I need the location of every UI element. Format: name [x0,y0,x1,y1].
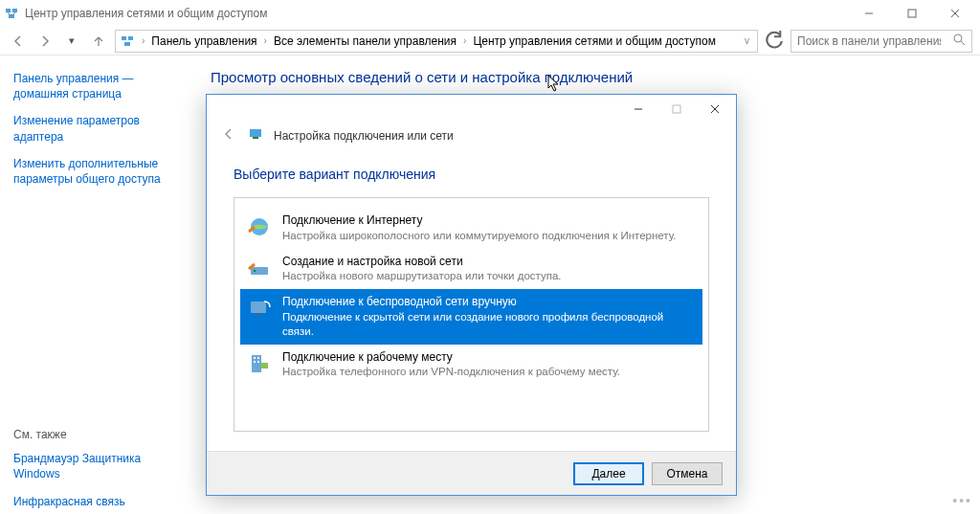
option-connect-internet[interactable]: Подключение к Интернету Настройка широко… [240,208,702,249]
next-button[interactable]: Далее [573,462,644,485]
breadcrumb-item[interactable]: Панель управления [151,34,256,48]
option-desc: Настройка телефонного или VPN-подключени… [282,365,620,379]
svg-rect-18 [250,129,261,137]
svg-rect-26 [254,357,256,359]
chevron-right-icon: › [460,35,469,46]
dialog-maximize-button[interactable] [657,96,696,123]
page-heading: Просмотр основных сведений о сети и наст… [211,69,961,85]
search-box[interactable] [791,30,972,53]
dialog-titlebar [207,95,736,123]
svg-rect-24 [256,313,261,316]
network-wizard-icon [247,125,264,145]
option-manual-wireless[interactable]: Подключение к беспроводной сети вручную … [240,289,702,344]
breadcrumb[interactable]: › Панель управления › Все элементы панел… [115,30,758,53]
search-input[interactable] [797,34,941,48]
see-also-firewall[interactable]: Брандмауэр Защитника Windows [13,451,178,481]
workplace-icon [246,350,273,377]
dialog-close-button[interactable] [696,96,734,123]
option-new-network[interactable]: Создание и настройка новой сети Настройк… [240,249,702,290]
dialog-title: Выберите вариант подключения [234,167,709,182]
see-also-label: См. также [13,428,178,441]
svg-rect-27 [257,357,259,359]
sidebar: Панель управления — домашняя страница Из… [0,56,191,514]
globe-icon [246,213,273,240]
svg-point-12 [954,34,962,42]
dialog-footer: Далее Отмена [207,451,736,495]
svg-rect-15 [673,105,680,113]
sidebar-link-home[interactable]: Панель управления — домашняя страница [13,71,178,101]
nav-recent-button[interactable]: ▾ [61,31,82,52]
svg-rect-10 [128,36,133,40]
sidebar-link-adapter-settings[interactable]: Изменение параметров адаптера [13,113,178,144]
option-desc: Подключение к скрытой сети или создание … [282,310,697,339]
option-desc: Настройка нового маршрутизатора или точк… [282,269,562,283]
dialog-body: Выберите вариант подключения Подключение… [207,151,736,451]
nav-back-button[interactable] [8,31,29,52]
setup-connection-dialog: Настройка подключения или сети Выберите … [206,94,737,496]
nav-forward-button[interactable] [34,31,56,52]
parent-maximize-button[interactable] [890,0,933,27]
breadcrumb-dropdown[interactable]: v [741,35,753,46]
svg-rect-9 [122,36,126,40]
breadcrumb-item[interactable]: Все элементы панели управления [274,34,457,48]
svg-rect-29 [257,361,259,363]
svg-rect-0 [6,9,11,12]
svg-rect-19 [253,137,258,139]
option-title: Создание и настройка новой сети [282,255,562,270]
network-center-icon [4,6,19,21]
svg-point-22 [254,269,256,272]
nav-up-button[interactable] [88,31,109,52]
network-center-icon [120,34,135,49]
option-title: Подключение к беспроводной сети вручную [282,295,697,310]
dialog-minimize-button[interactable] [619,96,657,123]
svg-rect-30 [261,363,268,369]
parent-minimize-button[interactable] [847,0,890,27]
option-desc: Настройка широкополосного или коммутируе… [282,229,676,243]
svg-line-13 [961,41,965,45]
svg-rect-25 [252,355,261,372]
parent-window-title: Центр управления сетями и общим доступом [25,7,847,20]
connection-option-list: Подключение к Интернету Настройка широко… [234,197,709,432]
dialog-back-button[interactable] [220,125,237,145]
resize-grip-icon: ••• [952,493,972,508]
option-workplace[interactable]: Подключение к рабочему месту Настройка т… [240,345,702,386]
sidebar-link-advanced-sharing[interactable]: Изменить дополнительные параметры общего… [13,156,178,187]
svg-rect-6 [908,10,916,17]
cancel-button[interactable]: Отмена [652,462,723,485]
svg-rect-28 [254,361,256,363]
refresh-button[interactable] [764,31,785,52]
navbar: ▾ › Панель управления › Все элементы пан… [0,27,980,56]
search-icon [953,34,966,49]
dialog-header: Настройка подключения или сети [207,123,736,151]
parent-close-button[interactable] [933,0,976,27]
svg-rect-11 [124,42,130,46]
dialog-header-text: Настройка подключения или сети [274,129,454,143]
parent-window-titlebar: Центр управления сетями и общим доступом [0,0,980,27]
wireless-manual-icon [246,295,273,322]
svg-rect-23 [251,302,266,313]
chevron-right-icon: › [139,35,147,46]
router-icon [246,255,273,281]
chevron-right-icon: › [261,35,270,46]
see-also-infrared[interactable]: Инфракрасная связь [13,494,178,509]
breadcrumb-item[interactable]: Центр управления сетями и общим доступом [473,34,716,48]
option-title: Подключение к Интернету [282,213,676,229]
svg-rect-1 [12,9,17,12]
option-title: Подключение к рабочему месту [282,350,620,366]
